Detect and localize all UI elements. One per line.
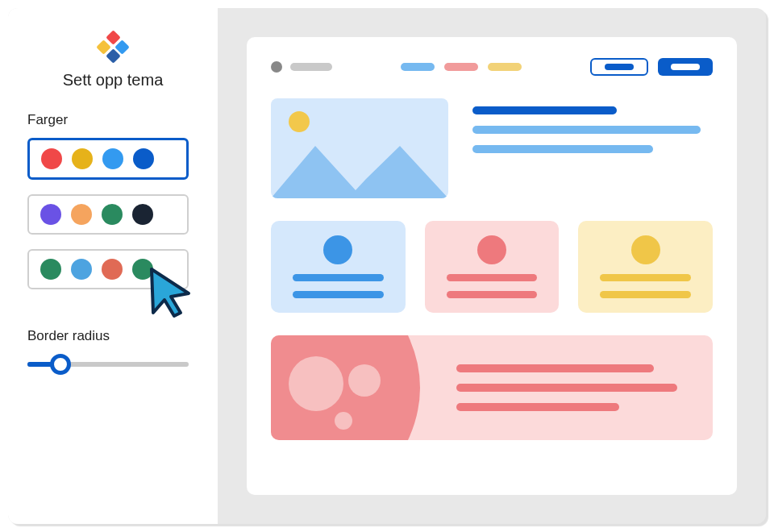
sun-icon <box>289 111 310 132</box>
nav-link-3[interactable] <box>488 63 522 71</box>
preview-canvas <box>247 37 737 495</box>
banner-graphic <box>271 335 432 440</box>
color-palette-1[interactable] <box>27 138 189 180</box>
color-swatch <box>72 148 93 169</box>
banner-line <box>456 364 654 372</box>
app-frame: Sett opp tema Farger Border radius <box>8 8 766 524</box>
card-line <box>293 274 383 281</box>
color-palettes-group <box>27 138 198 304</box>
svg-point-0 <box>289 356 343 411</box>
mountains-icon <box>271 134 448 198</box>
border-radius-label: Border radius <box>27 328 198 344</box>
hero-row <box>271 98 713 198</box>
banner <box>271 335 713 440</box>
card-icon <box>477 235 506 264</box>
nav-actions <box>590 58 713 76</box>
hero-body-line <box>472 126 701 134</box>
theme-sidebar: Sett opp tema Farger Border radius <box>8 8 218 524</box>
card-icon <box>631 235 660 264</box>
nav-link-2[interactable] <box>444 63 478 71</box>
color-swatch <box>102 259 123 280</box>
card-line <box>293 291 383 298</box>
banner-line <box>456 384 677 392</box>
colors-section-label: Farger <box>27 112 198 128</box>
banner-line <box>456 403 619 411</box>
nav-solid-button[interactable] <box>658 58 713 76</box>
logo-block: Sett opp tema <box>27 32 198 89</box>
card-line <box>600 274 690 281</box>
feature-card-1[interactable] <box>271 221 406 313</box>
color-swatch <box>133 148 154 169</box>
preview-nav <box>271 58 713 76</box>
card-icon <box>323 235 352 264</box>
nav-link-1[interactable] <box>401 63 435 71</box>
card-line <box>447 291 537 298</box>
color-palette-2[interactable] <box>27 194 189 235</box>
nav-links <box>401 63 522 71</box>
card-line <box>600 291 690 298</box>
brand-text <box>290 63 332 71</box>
color-swatch <box>132 204 153 225</box>
color-palette-3[interactable] <box>27 249 189 289</box>
svg-point-2 <box>335 412 352 430</box>
hero-image <box>271 98 448 198</box>
color-swatch <box>40 204 61 225</box>
card-row <box>271 221 713 313</box>
nav-outline-button[interactable] <box>590 58 648 76</box>
color-swatch <box>102 204 123 225</box>
button-label <box>671 64 700 70</box>
border-radius-slider[interactable] <box>27 355 189 373</box>
color-swatch <box>40 259 61 280</box>
preview-pane <box>218 8 766 524</box>
color-swatch <box>71 259 92 280</box>
feature-card-2[interactable] <box>425 221 560 313</box>
slider-thumb[interactable] <box>50 354 71 375</box>
nav-brand <box>271 61 332 73</box>
svg-point-1 <box>348 364 381 397</box>
card-line <box>447 274 537 281</box>
color-swatch <box>132 259 153 280</box>
color-swatch <box>102 148 123 169</box>
hero-title-line <box>472 106 617 114</box>
brand-dot <box>271 61 282 73</box>
feature-card-3[interactable] <box>578 221 713 313</box>
color-swatch <box>41 148 62 169</box>
logo-icon <box>98 32 127 61</box>
hero-body-line <box>472 145 653 153</box>
hero-text <box>472 98 713 198</box>
banner-text <box>432 335 713 440</box>
button-label <box>605 64 634 70</box>
color-swatch <box>71 204 92 225</box>
sidebar-title: Sett opp tema <box>63 71 164 89</box>
